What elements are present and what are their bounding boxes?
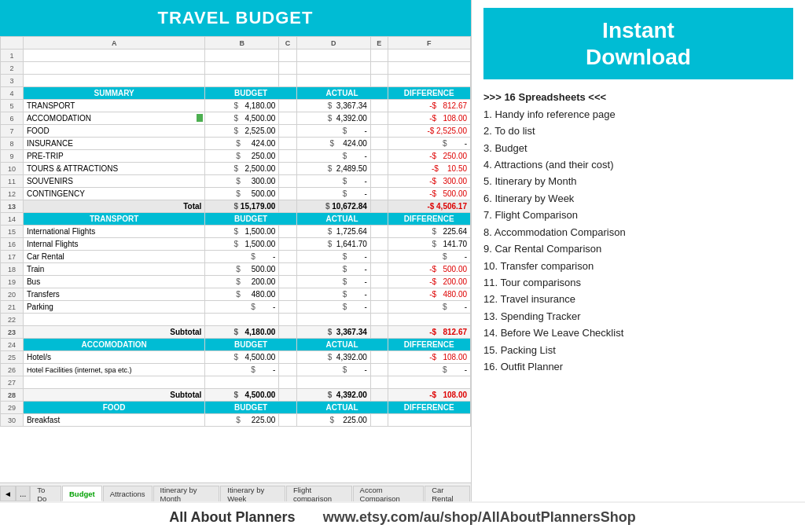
tab-scroll-left[interactable]: ◄ [0, 486, 16, 501]
row-16: 16 Internal Flights $ 1,500.00 $ 1,641.7… [1, 238, 471, 251]
row-2: 2 [1, 62, 471, 75]
row-21: 21 Parking $ - $ - $ - [1, 301, 471, 314]
tab-scroll-dots[interactable]: ... [16, 486, 30, 501]
list-item-4: 4. Attractions (and their cost) [483, 156, 793, 173]
tab-flight-comparison[interactable]: Flight comparison [286, 486, 352, 501]
list-item-9: 9. Car Rental Comparison [483, 240, 793, 257]
budget-label: BUDGET [205, 87, 296, 100]
row-3: 3 [1, 75, 471, 87]
tab-attractions[interactable]: Attractions [103, 486, 153, 501]
list-item-7: 7. Flight Comparison [483, 207, 793, 223]
list-item-3: 3. Budget [483, 140, 793, 156]
row-25: 25 Hotel/s $ 4,500.00 $ 4,392.00 -$ 108.… [1, 351, 471, 364]
col-f-header: F [388, 37, 471, 50]
row-28-subtotal: 28 Subtotal $ 4,500.00 $ 4,392.00 -$ 108… [1, 389, 471, 402]
instant-download-box: Instant Download [483, 8, 793, 79]
row-10: 10 TOURS & ATTRACTIONS $ 2,500.00 $ 2,48… [1, 163, 471, 175]
list-item-14: 14. Before We Leave Checklist [483, 325, 793, 341]
list-item-11: 11. Tour comparisons [483, 274, 793, 291]
tab-itinerary-month[interactable]: Itinerary by Month [153, 486, 220, 501]
list-item-6: 6. Itinerary by Week [483, 190, 793, 207]
row-12: 12 CONTINGENCY $ 500.00 $ - -$ 500.00 [1, 188, 471, 200]
actual-label: ACTUAL [296, 87, 388, 100]
col-c-header: C [279, 37, 296, 50]
row-19: 19 Bus $ 200.00 $ - -$ 200.00 [1, 276, 471, 288]
col-d-header: D [296, 37, 370, 50]
difference-label: DIFFERENCE [388, 87, 471, 100]
list-item-5: 5. Itinerary by Month [483, 173, 793, 189]
row-20: 20 Transfers $ 480.00 $ - -$ 480.00 [1, 288, 471, 301]
list-item-1: 1. Handy info reference page [483, 106, 793, 123]
row-23-subtotal: 23 Subtotal $ 4,180.00 $ 3,367.34 -$ 812… [1, 326, 471, 339]
list-item-13: 13. Spending Tracker [483, 308, 793, 325]
list-item-15: 15. Packing List [483, 342, 793, 358]
footer-url: www.etsy.com/au/shop/AllAboutPlannersSho… [323, 509, 636, 525]
tab-itinerary-week[interactable]: Itinerary by Week [220, 486, 285, 501]
summary-label: SUMMARY [23, 87, 204, 100]
tab-budget[interactable]: Budget [62, 486, 102, 501]
list-header: >>> 16 Spreadsheets <<< [483, 89, 793, 105]
footer-brand: All About Planners [169, 509, 295, 525]
row-1: 1 [1, 50, 471, 62]
footer: All About Planners www.etsy.com/au/shop/… [0, 501, 805, 532]
tab-car-rental[interactable]: Car Rental [425, 486, 470, 501]
spreadsheet-title: TRAVEL BUDGET [0, 0, 471, 36]
row-18: 18 Train $ 500.00 $ - -$ 500.00 [1, 263, 471, 276]
spreadsheet-wrapper: A B C D E F 1 2 [0, 36, 471, 482]
list-item-10: 10. Transfer comparison [483, 258, 793, 274]
row-15: 15 International Flights $ 1,500.00 $ 1,… [1, 226, 471, 238]
tab-bar: ◄ ... To Do Budget Attractions Itinerary… [0, 482, 471, 501]
budget-table: A B C D E F 1 2 [0, 36, 471, 427]
row-26: 26 Hotel Facilities (internet, spa etc.)… [1, 364, 471, 376]
flag-icon [197, 114, 203, 122]
info-section: Instant Download >>> 16 Spreadsheets <<<… [472, 0, 805, 501]
row-7: 7 FOOD $ 2,525.00 $ - -$ 2,525.00 [1, 125, 471, 138]
row-4-headers: 4 SUMMARY BUDGET ACTUAL DIFFERENCE [1, 87, 471, 100]
col-num-header [1, 37, 24, 50]
row-17: 17 Car Rental $ - $ - $ - [1, 251, 471, 263]
row-9: 9 PRE-TRIP $ 250.00 $ - -$ 250.00 [1, 150, 471, 163]
instant-download-line2: Download [499, 44, 777, 71]
row-22: 22 [1, 314, 471, 326]
row-11: 11 SOUVENIRS $ 300.00 $ - -$ 300.00 [1, 175, 471, 188]
main-container: TRAVEL BUDGET A [0, 0, 805, 532]
col-a-header: A [23, 37, 204, 50]
row-8: 8 INSURANCE $ 424.00 $ 424.00 $ - [1, 138, 471, 150]
row-6: 6 ACCOMODATION $ 4,500.00 $ 4,392.00 -$ … [1, 112, 471, 125]
row-24: 24 ACCOMODATION BUDGET ACTUAL DIFFERENCE [1, 339, 471, 351]
spreadsheet-list: >>> 16 Spreadsheets <<< 1. Handy info re… [483, 89, 793, 375]
tab-accom-comparison[interactable]: Accom Comparison [353, 486, 425, 501]
list-item-12: 12. Travel insurance [483, 291, 793, 307]
col-e-header: E [370, 37, 388, 50]
list-item-2: 2. To do list [483, 123, 793, 139]
title-text: TRAVEL BUDGET [158, 8, 314, 28]
list-item-8: 8. Accommodation Comparison [483, 224, 793, 240]
col-header-row: A B C D E F [1, 37, 471, 50]
top-section: TRAVEL BUDGET A [0, 0, 805, 501]
list-item-16: 16. Outfit Planner [483, 358, 793, 375]
tab-todo[interactable]: To Do [30, 486, 61, 501]
spreadsheet-section: TRAVEL BUDGET A [0, 0, 472, 501]
row-14: 14 TRANSPORT BUDGET ACTUAL DIFFERENCE [1, 213, 471, 226]
row-29: 29 FOOD BUDGET ACTUAL DIFFERENCE [1, 402, 471, 414]
row-27: 27 [1, 376, 471, 389]
row-13-total: 13 Total $ 15,179.00 $ 10,672.84 -$ 4,50… [1, 200, 471, 213]
row-5: 5 TRANSPORT $ 4,180.00 $ 3,367.34 -$ 812… [1, 100, 471, 112]
col-b-header: B [205, 37, 279, 50]
instant-download-line1: Instant [499, 17, 777, 44]
row-30: 30 Breakfast $ 225.00 $ 225.00 [1, 414, 471, 427]
